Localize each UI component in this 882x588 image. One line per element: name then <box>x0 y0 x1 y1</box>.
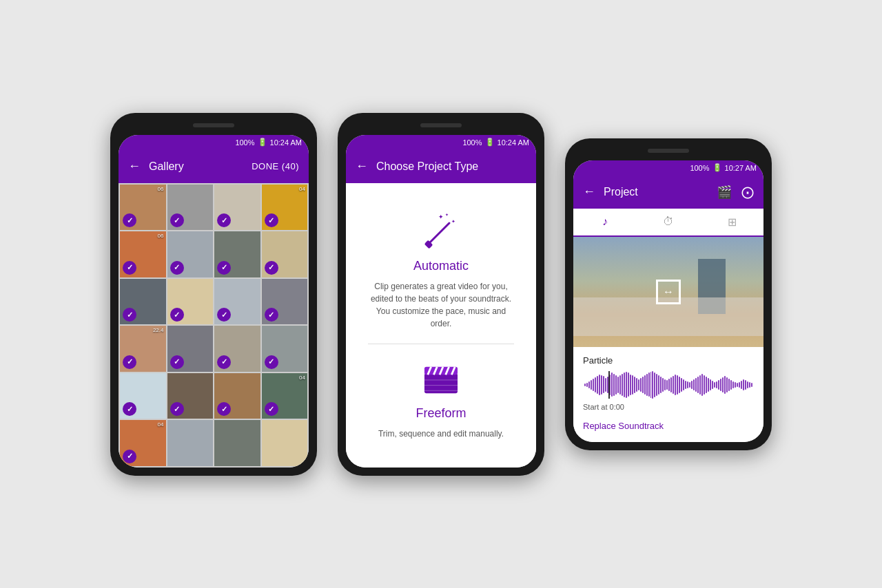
waveform-bar <box>712 381 713 389</box>
gallery-cell-2[interactable] <box>167 185 214 231</box>
gallery-app-bar: ← Gallery DONE (40) <box>119 150 309 183</box>
waveform-bar <box>735 382 736 388</box>
replace-soundtrack-button[interactable]: Replace Soundtrack <box>583 418 754 434</box>
waveform-bar <box>747 381 748 388</box>
waveform-bar <box>673 376 674 394</box>
gallery-cell-16[interactable] <box>262 326 308 372</box>
tab-music[interactable]: ♪ <box>573 209 637 237</box>
gallery-cell-12[interactable] <box>262 279 308 325</box>
freeform-section[interactable]: Freeform Trim, sequence and edit manuall… <box>371 344 511 454</box>
phone-2-top <box>346 121 536 135</box>
gallery-cell-4[interactable]: 04 <box>262 185 308 231</box>
speaker-2 <box>420 123 462 127</box>
gallery-cell-17[interactable] <box>120 373 166 419</box>
waveform-bar <box>622 374 623 396</box>
waveform-bar <box>615 375 617 395</box>
video-preview[interactable]: ↔ <box>573 237 763 347</box>
waveform-bar <box>654 372 655 397</box>
trim-handle[interactable]: ↔ <box>656 280 681 304</box>
waveform-bar <box>603 376 604 393</box>
battery-text-2: 100% <box>462 138 482 147</box>
gallery-cell-23[interactable] <box>214 420 260 466</box>
gallery-cell-6[interactable] <box>167 231 214 277</box>
waveform-bar <box>745 380 746 390</box>
phone-3-screen: 100% 🔋 10:27 AM ← Project 🎬 ⨀ ♪ ⏱ ⊞ <box>573 160 763 442</box>
share-icon[interactable]: ⨀ <box>741 185 754 200</box>
waveform-bar <box>640 378 642 392</box>
gallery-cell-21[interactable]: 04 <box>120 420 166 466</box>
check-5 <box>123 261 136 275</box>
project-type-back-button[interactable]: ← <box>356 159 368 174</box>
clapper-icon <box>420 358 462 399</box>
gallery-cell-15[interactable] <box>214 326 260 372</box>
waveform-bar <box>718 380 719 390</box>
gallery-back-button[interactable]: ← <box>128 159 141 174</box>
automatic-section[interactable]: ✦ ✦ ✦ Automatic Clip generates a great v… <box>360 197 522 344</box>
gallery-cell-18[interactable] <box>167 373 214 419</box>
waveform-bar <box>710 379 711 390</box>
check-4 <box>265 213 278 227</box>
waveform-bar <box>656 374 657 396</box>
gallery-cell-7[interactable] <box>214 231 260 277</box>
waveform-bar <box>693 379 695 390</box>
gallery-cell-14[interactable] <box>167 326 214 372</box>
waveform-bar <box>650 372 652 398</box>
video-trim-controls[interactable]: ↔ <box>656 280 681 304</box>
waveform-bar <box>704 375 705 395</box>
waveform-bar <box>666 380 668 390</box>
gallery-cell-11[interactable] <box>214 279 260 325</box>
gallery-cell-10[interactable] <box>167 279 214 325</box>
track-name: Particle <box>583 355 754 366</box>
waveform-bar <box>697 377 699 393</box>
battery-icon-1: 🔋 <box>258 138 267 147</box>
trim-arrow-icon: ↔ <box>663 286 674 298</box>
waveform-bar <box>593 379 594 391</box>
gallery-cell-9[interactable] <box>120 279 166 325</box>
time-2: 10:24 AM <box>498 138 529 147</box>
svg-text:✦: ✦ <box>451 219 455 224</box>
gallery-done-button[interactable]: DONE (40) <box>252 161 299 171</box>
waveform-bar <box>699 375 701 395</box>
waveform-bar <box>695 378 697 392</box>
phone-1-screen: 100% 🔋 10:24 AM ← Gallery DONE (40) 06 0… <box>119 135 309 468</box>
film-icon[interactable]: 🎬 <box>717 185 732 200</box>
project-back-button[interactable]: ← <box>583 185 595 199</box>
tab-grid[interactable]: ⊞ <box>700 209 763 237</box>
check-13 <box>123 355 136 369</box>
waveform-bar <box>630 375 631 395</box>
waveform-bar <box>584 384 586 386</box>
tab-history[interactable]: ⏱ <box>637 209 700 237</box>
check-20 <box>265 402 278 416</box>
check-2 <box>170 213 184 227</box>
svg-text:✦: ✦ <box>445 213 449 217</box>
gallery-cell-1[interactable]: 06 <box>120 185 166 231</box>
status-bar-2: 100% 🔋 10:24 AM <box>346 135 536 150</box>
gallery-cell-8[interactable] <box>262 231 308 277</box>
waveform-bar <box>662 378 664 392</box>
gallery-cell-22[interactable] <box>167 420 214 466</box>
gallery-cell-13[interactable]: 22.4 <box>120 326 166 372</box>
waveform[interactable] <box>583 371 754 399</box>
check-6 <box>170 261 184 275</box>
check-16 <box>265 355 278 369</box>
check-15 <box>217 355 231 369</box>
gallery-cell-5[interactable]: 06 <box>120 231 166 277</box>
automatic-description: Clip generates a great video for you, ed… <box>367 280 515 330</box>
gallery-cell-3[interactable] <box>214 185 260 231</box>
battery-icon-3: 🔋 <box>712 163 722 172</box>
waveform-bar <box>728 379 730 391</box>
waveform-bar <box>708 378 709 392</box>
gallery-cell-24[interactable] <box>262 420 308 466</box>
waveform-bar <box>749 382 750 388</box>
gallery-cell-19[interactable] <box>214 373 260 419</box>
waveform-bar <box>677 375 678 395</box>
battery-text-1: 100% <box>235 138 254 147</box>
check-14 <box>170 355 184 369</box>
check-8 <box>265 261 278 275</box>
gallery-cell-20[interactable]: 04 <box>262 373 308 419</box>
waveform-bar <box>601 375 602 395</box>
freeform-label: Freeform <box>416 406 466 421</box>
waveform-bar <box>605 378 606 392</box>
waveform-bar <box>737 383 738 387</box>
phone-1-top <box>119 121 309 135</box>
